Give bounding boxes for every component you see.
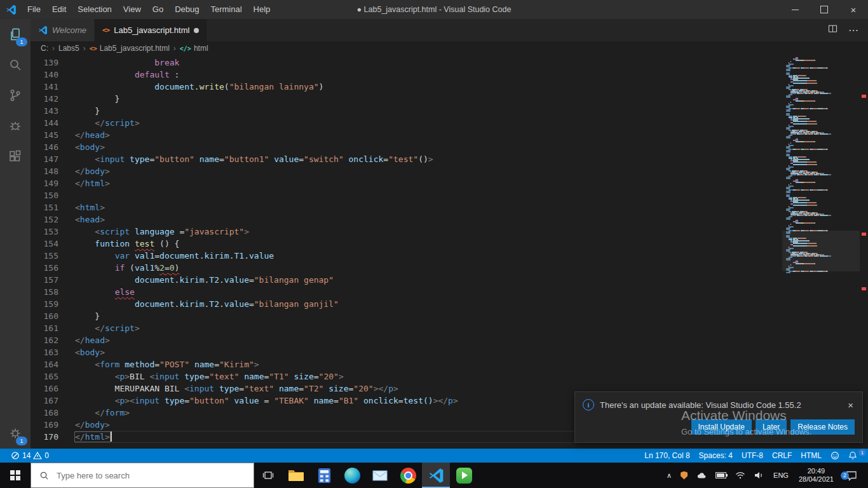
code-line[interactable]: 158 else	[31, 286, 868, 298]
code-line[interactable]: 151<html>	[31, 201, 868, 214]
code-line[interactable]: 149</html>	[31, 177, 868, 189]
modified-dot-icon[interactable]	[194, 28, 199, 33]
code-line[interactable]: 157 document.kirim.T2.value="bilangan ge…	[31, 274, 868, 286]
menu-terminal[interactable]: Terminal	[205, 0, 247, 19]
minimize-button[interactable]	[780, 0, 810, 19]
close-button[interactable]: ×	[839, 0, 868, 19]
mail-icon[interactable]	[366, 463, 394, 488]
vscode-taskbar-icon[interactable]	[422, 463, 450, 488]
minimap[interactable]	[782, 55, 860, 449]
volume-icon[interactable]	[750, 471, 769, 479]
code-line[interactable]: 152<head>	[31, 214, 868, 226]
hidden-icons-chevron[interactable]: ∧	[662, 471, 676, 480]
code-line[interactable]: 141 document.write("bilangan lainnya")	[31, 81, 868, 93]
code-line[interactable]: 153 <script language ="javascript">	[31, 226, 868, 238]
code-line[interactable]: 146<body>	[31, 141, 868, 153]
code-line[interactable]: 161 </script>	[31, 322, 868, 334]
menu-view[interactable]: View	[118, 0, 147, 19]
notifications-bell-icon[interactable]: 1	[844, 451, 862, 460]
action-center-badge: 2	[841, 471, 849, 480]
code-line[interactable]: 147 <input type="button" name="button1" …	[31, 153, 868, 165]
eol-setting[interactable]: CRLF	[768, 451, 796, 460]
breadcrumb-drive[interactable]: C:	[41, 44, 48, 53]
system-tray: ∧ ENG 20:49 28/04/2021 2	[662, 463, 868, 488]
split-editor-icon[interactable]	[827, 24, 838, 37]
network-wifi-icon[interactable]	[731, 471, 750, 479]
later-button[interactable]: Later	[756, 419, 787, 435]
feedback-smiley-icon[interactable]	[826, 451, 844, 460]
line-number: 167	[31, 395, 75, 407]
release-notes-button[interactable]: Release Notes	[790, 419, 855, 435]
chrome-icon[interactable]	[394, 463, 422, 488]
extensions-icon[interactable]	[0, 141, 31, 172]
code-line[interactable]: 160 }	[31, 310, 868, 322]
code-line[interactable]: 162</head>	[31, 334, 868, 346]
notification-close-icon[interactable]: ×	[846, 400, 855, 410]
menu-debug[interactable]: Debug	[169, 0, 205, 19]
menu-help[interactable]: Help	[248, 0, 276, 19]
breadcrumb[interactable]: C: › Labs5 › <> Lab5_javascript.html › <…	[31, 41, 868, 55]
manage-gear-icon[interactable]: 1	[0, 418, 31, 449]
search-icon[interactable]	[0, 50, 31, 80]
start-button[interactable]	[0, 463, 31, 488]
encoding-setting[interactable]: UTF-8	[737, 451, 768, 460]
install-update-button[interactable]: Install Update	[691, 419, 752, 435]
code-line[interactable]: 140 default :	[31, 69, 868, 81]
taskbar-clock[interactable]: 20:49 28/04/2021	[793, 467, 839, 484]
menu-go[interactable]: Go	[147, 0, 169, 19]
code-line[interactable]: 165 <p>BIL <input type="text" name="T1" …	[31, 370, 868, 383]
code-line[interactable]: 156 if (val1%2=0)	[31, 262, 868, 274]
minimap-viewport[interactable]	[782, 231, 860, 271]
code-line[interactable]: 155 var val1=document.kirim.T1.value	[31, 250, 868, 262]
error-mark	[862, 95, 866, 98]
code-line[interactable]: 143 }	[31, 105, 868, 117]
battery-icon[interactable]	[711, 472, 731, 478]
taskbar-search[interactable]	[31, 463, 254, 488]
code-line[interactable]: 148</body>	[31, 165, 868, 177]
maximize-button[interactable]	[810, 0, 839, 19]
code-line[interactable]: 150	[31, 189, 868, 201]
line-number: 153	[31, 226, 75, 238]
menu-edit[interactable]: Edit	[46, 0, 72, 19]
file-explorer-icon[interactable]	[282, 463, 310, 488]
onedrive-cloud-icon[interactable]	[692, 471, 711, 479]
menu-selection[interactable]: Selection	[72, 0, 117, 19]
green-app-icon[interactable]	[450, 463, 478, 488]
language-indicator[interactable]: ENG	[769, 471, 793, 479]
line-number: 148	[31, 165, 75, 177]
search-input[interactable]	[55, 470, 236, 481]
explorer-icon[interactable]: 1	[0, 19, 31, 50]
task-view-button[interactable]	[254, 463, 282, 488]
line-number: 170	[31, 431, 75, 443]
code-line[interactable]: 159 document.kirim.T2.value="bilangan ga…	[31, 298, 868, 310]
indentation-setting[interactable]: Spaces: 4	[695, 451, 737, 460]
tab-label: Lab5_javascript.html	[114, 25, 189, 35]
breadcrumb-symbol[interactable]: html	[194, 44, 208, 53]
antivirus-shield-icon[interactable]	[676, 471, 692, 480]
code-line[interactable]: 163<body>	[31, 346, 868, 358]
menu-file[interactable]: File	[22, 0, 46, 19]
tab-welcome[interactable]: Welcome	[31, 19, 95, 41]
action-center-icon[interactable]: 2	[839, 470, 864, 481]
code-line[interactable]: 139 break	[31, 57, 868, 69]
code-editor[interactable]: 139 break140 default :141 document.write…	[31, 55, 868, 449]
code-line[interactable]: 154 funtion test () {	[31, 238, 868, 250]
run-debug-icon[interactable]	[0, 111, 31, 141]
code-line[interactable]: 164 <form method="POST" name="Kirim">	[31, 358, 868, 370]
calculator-icon[interactable]	[310, 463, 338, 488]
tab-lab5-javascript[interactable]: <> Lab5_javascript.html	[95, 19, 207, 41]
overview-ruler[interactable]	[860, 55, 868, 449]
language-mode[interactable]: HTML	[796, 451, 826, 460]
problems-indicator[interactable]: 14 0	[6, 451, 53, 460]
breadcrumb-file[interactable]: Lab5_javascript.html	[100, 44, 170, 53]
code-line[interactable]: 144 </script>	[31, 117, 868, 129]
more-actions-icon[interactable]: ⋯	[848, 24, 859, 36]
breadcrumb-folder[interactable]: Labs5	[58, 44, 79, 53]
code-line[interactable]: 142 }	[31, 93, 868, 105]
cursor-position[interactable]: Ln 170, Col 8	[640, 451, 694, 460]
source-control-icon[interactable]	[0, 80, 31, 111]
title-bar: File Edit Selection View Go Debug Termin…	[0, 0, 868, 19]
edge-browser-icon[interactable]	[338, 463, 366, 488]
code-line[interactable]: 145</head>	[31, 129, 868, 141]
update-notification: i There's an update available: Visual St…	[574, 391, 863, 443]
